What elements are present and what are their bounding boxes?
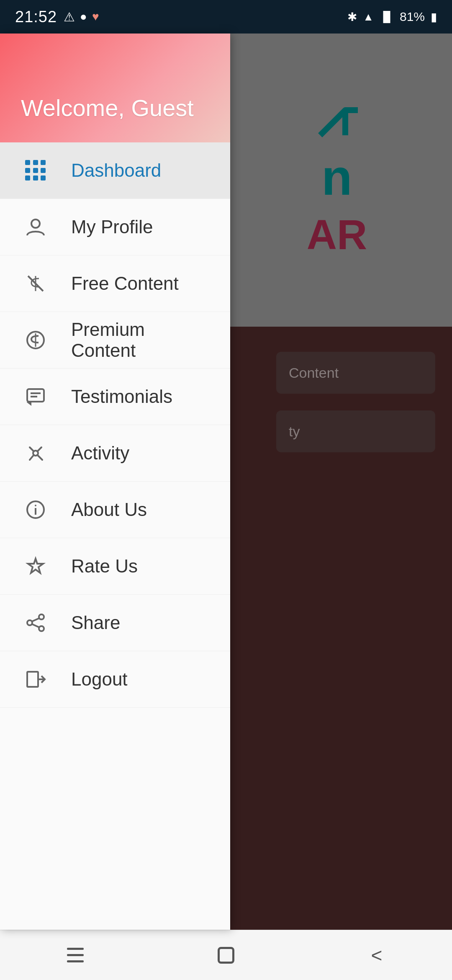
svg-line-22 bbox=[32, 624, 39, 627]
status-left: 21:52 ⚠ ● ♥ bbox=[15, 8, 99, 26]
free-content-label: Free Content bbox=[71, 273, 179, 294]
recent-apps-icon bbox=[67, 948, 84, 962]
back-icon: < bbox=[371, 944, 383, 967]
health-icon: ♥ bbox=[92, 10, 99, 23]
rate-us-label: Rate Us bbox=[71, 556, 138, 577]
nav-bar: < bbox=[0, 930, 452, 980]
about-us-label: About Us bbox=[71, 499, 147, 520]
sidebar-item-testimonials[interactable]: Testimonials bbox=[0, 369, 230, 425]
activity-label: Activity bbox=[71, 443, 129, 464]
logout-icon bbox=[21, 665, 50, 694]
premium-content-label: Premium Content bbox=[71, 319, 209, 361]
sidebar: Welcome, Guest Dashboard My Prof bbox=[0, 34, 230, 930]
battery-icon: ▮ bbox=[431, 10, 437, 24]
testimonials-label: Testimonials bbox=[71, 386, 172, 407]
share-icon bbox=[21, 608, 50, 637]
sidebar-item-dashboard[interactable]: Dashboard bbox=[0, 142, 230, 199]
warning-icon: ⚠ bbox=[64, 10, 75, 24]
recent-apps-button[interactable] bbox=[50, 939, 100, 972]
status-bar: 21:52 ⚠ ● ♥ ✱ ▲ ▐▌ 81% ▮ bbox=[0, 0, 452, 34]
svg-point-13 bbox=[33, 451, 38, 456]
svg-line-10 bbox=[37, 455, 42, 460]
svg-point-19 bbox=[39, 626, 44, 631]
status-icons-left: ⚠ ● ♥ bbox=[64, 10, 99, 24]
sidebar-item-rate-us[interactable]: Rate Us bbox=[0, 538, 230, 595]
info-icon bbox=[21, 495, 50, 524]
svg-marker-17 bbox=[28, 559, 43, 573]
status-right: ✱ ▲ ▐▌ 81% ▮ bbox=[347, 10, 437, 24]
wifi-icon: ▲ bbox=[363, 10, 374, 23]
sidebar-item-activity[interactable]: Activity bbox=[0, 425, 230, 482]
testimonials-icon bbox=[21, 382, 50, 411]
dashboard-label: Dashboard bbox=[71, 160, 161, 181]
my-profile-label: My Profile bbox=[71, 217, 153, 237]
status-time: 21:52 bbox=[15, 8, 57, 26]
signal-icon: ▐▌ bbox=[380, 11, 394, 23]
sidebar-item-premium-content[interactable]: Premium Content bbox=[0, 312, 230, 369]
home-icon bbox=[218, 947, 234, 964]
star-icon bbox=[21, 552, 50, 581]
menu-list: Dashboard My Profile Free Content bbox=[0, 142, 230, 930]
svg-point-20 bbox=[27, 620, 32, 625]
welcome-text: Welcome, Guest bbox=[21, 94, 194, 121]
no-dollar-icon bbox=[21, 269, 50, 298]
sidebar-item-logout[interactable]: Logout bbox=[0, 651, 230, 708]
grid-icon bbox=[21, 156, 50, 185]
home-button[interactable] bbox=[201, 939, 251, 972]
sidebar-item-share[interactable]: Share bbox=[0, 595, 230, 651]
svg-line-21 bbox=[32, 618, 39, 622]
svg-point-1 bbox=[31, 219, 40, 228]
svg-point-18 bbox=[39, 614, 44, 619]
battery-percent: 81% bbox=[400, 10, 425, 24]
sidebar-header: Welcome, Guest bbox=[0, 34, 230, 142]
svg-point-16 bbox=[35, 505, 36, 506]
sidebar-item-free-content[interactable]: Free Content bbox=[0, 255, 230, 312]
back-button[interactable]: < bbox=[352, 939, 402, 972]
tools-icon bbox=[21, 438, 50, 468]
bluetooth-icon: ✱ bbox=[347, 10, 357, 24]
share-label: Share bbox=[71, 612, 120, 633]
dollar-circle-icon bbox=[21, 325, 50, 355]
svg-rect-23 bbox=[27, 672, 38, 687]
sidebar-item-my-profile[interactable]: My Profile bbox=[0, 199, 230, 255]
logout-label: Logout bbox=[71, 669, 128, 690]
person-icon bbox=[21, 212, 50, 242]
sidebar-item-about-us[interactable]: About Us bbox=[0, 482, 230, 538]
svg-rect-6 bbox=[27, 389, 44, 402]
whatsapp-icon: ● bbox=[80, 10, 87, 23]
